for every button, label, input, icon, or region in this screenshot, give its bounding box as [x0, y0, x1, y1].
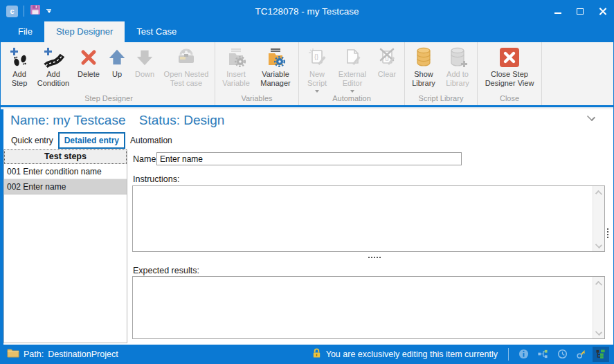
add-step-footprints-icon [8, 45, 30, 70]
svg-text:{}: {} [314, 53, 318, 60]
horizontal-splitter-handle[interactable] [132, 254, 605, 260]
clear-script-page-icon: {} [376, 45, 398, 70]
down-button[interactable]: Down [129, 43, 160, 93]
step-designer-content: Name: my Testcase Status: Design Quick e… [1, 109, 613, 345]
insert-variable-folder-icon [225, 45, 247, 70]
page-title: Name: my Testcase Status: Design [10, 113, 224, 128]
new-script-button[interactable]: {} New Script [301, 43, 333, 93]
ribbon-group-step-designer: Add Step Add Condition [3, 42, 215, 105]
window-controls [547, 1, 613, 21]
key-icon[interactable] [573, 347, 590, 362]
external-editor-button[interactable]: External Editor [333, 43, 372, 93]
delete-x-icon [78, 45, 99, 70]
test-step-row-selected[interactable]: 002 Enter name [4, 179, 127, 194]
add-step-button[interactable]: Add Step [5, 43, 34, 93]
chevron-down-icon[interactable] [46, 9, 51, 14]
close-icon[interactable] [591, 1, 613, 21]
dropdown-arrow-icon [315, 90, 319, 93]
show-library-button[interactable]: Show Library [407, 43, 440, 93]
path-value: DestinationProject [48, 349, 118, 359]
ribbon-group-script-library: Show Library Add to Library Script Libra… [405, 42, 478, 105]
app-icon[interactable]: c [6, 6, 18, 17]
quick-access-toolbar: c [1, 4, 51, 18]
title-bar: c TC128078 - my Testcase [1, 1, 613, 21]
step-name-input[interactable] [156, 152, 462, 165]
name-value: my Testcase [53, 113, 125, 127]
variable-manager-button[interactable]: Variable Manager [255, 43, 296, 93]
separator [24, 6, 24, 17]
history-icon[interactable] [554, 347, 570, 362]
status-label: Status: [139, 113, 180, 127]
ribbon-group-label: Automation [301, 93, 402, 105]
test-steps-header: Test steps [4, 149, 127, 164]
ribbon-group-automation: {} New Script Exter [299, 42, 405, 105]
lock-message-text: You are exclusively editing this item cu… [326, 349, 498, 359]
tab-quick-entry[interactable]: Quick entry [6, 134, 58, 147]
ribbon-group-label: Close [480, 93, 539, 105]
insert-variable-button[interactable]: Insert Variable [217, 43, 255, 93]
path-label: Path: [24, 349, 44, 359]
scroll-up-icon[interactable] [596, 280, 602, 286]
ribbon-group-variables: Insert Variable Variable Manager [215, 42, 299, 105]
path-section: Path: DestinationProject [1, 348, 118, 360]
tab-test-case[interactable]: Test Case [125, 21, 188, 42]
open-nested-testcase-icon [174, 45, 198, 70]
up-button[interactable]: Up [105, 43, 129, 93]
scroll-down-icon[interactable] [596, 242, 602, 248]
delete-button[interactable]: Delete [73, 43, 105, 93]
instructions-label: Instructions: [133, 174, 179, 184]
expected-results-textbox [132, 276, 605, 339]
status-value: Design [183, 113, 224, 127]
instructions-textbox [132, 185, 605, 252]
test-step-row[interactable]: 001 Enter condition name [4, 164, 127, 179]
tab-file[interactable]: File [6, 21, 44, 42]
scrollbar[interactable] [593, 186, 604, 251]
instructions-textarea[interactable] [133, 186, 604, 251]
edit-lock-message: You are exclusively editing this item cu… [311, 347, 498, 361]
separator [508, 348, 509, 361]
status-bar: Path: DestinationProject You are exclusi… [1, 345, 613, 363]
tab-step-designer[interactable]: Step Designer [44, 21, 125, 42]
ribbon-group-label: Script Library [407, 93, 475, 105]
ribbon: Add Step Add Condition [1, 42, 613, 107]
save-floppy-icon[interactable] [30, 4, 41, 18]
add-condition-road-icon [42, 45, 65, 70]
external-editor-page-icon [341, 45, 363, 70]
scrollbar[interactable] [593, 277, 604, 338]
hierarchy-icon[interactable] [534, 347, 551, 362]
step-name-label: Name: [133, 154, 159, 164]
structure-view-icon[interactable] [593, 347, 609, 362]
add-to-library-database-icon [446, 45, 469, 70]
view-tab-strip: Quick entry Detailed entry Automation [6, 132, 177, 149]
tab-detailed-entry[interactable]: Detailed entry [58, 132, 125, 149]
name-label: Name: [10, 113, 49, 127]
tab-automation[interactable]: Automation [125, 134, 177, 147]
ribbon-group-label: Step Designer [5, 93, 213, 105]
ribbon-group-label: Variables [217, 93, 296, 105]
scroll-down-icon[interactable] [596, 329, 602, 335]
vertical-splitter-handle[interactable] [605, 220, 611, 238]
scroll-up-icon[interactable] [596, 190, 602, 195]
maximize-icon[interactable] [569, 1, 591, 21]
minimize-icon[interactable] [547, 1, 569, 21]
chevron-down-icon[interactable] [587, 112, 595, 120]
open-nested-testcase-button[interactable]: Open Nested Test case [160, 43, 213, 93]
window-title: TC128078 - my Testcase [1, 6, 613, 17]
new-script-page-icon: {} [306, 45, 328, 70]
status-right-section: You are exclusively editing this item cu… [311, 345, 609, 363]
expected-results-label: Expected results: [133, 266, 199, 275]
lock-icon [311, 347, 322, 361]
add-condition-button[interactable]: Add Condition [34, 43, 73, 93]
show-library-database-icon [413, 45, 435, 70]
expected-results-textarea[interactable] [133, 277, 604, 338]
close-view-red-x-icon [498, 45, 521, 70]
application-window: c TC128078 - my Testcase File Step Desig… [0, 0, 614, 364]
info-icon[interactable] [515, 347, 532, 362]
clear-button[interactable]: {} Clear [372, 43, 402, 93]
close-step-designer-view-button[interactable]: Close Step Designer View [480, 43, 539, 93]
ribbon-group-close: Close Step Designer View Close [478, 42, 542, 105]
dropdown-arrow-icon [350, 90, 354, 93]
add-to-library-button[interactable]: Add to Library [440, 43, 475, 93]
ribbon-tab-bar: File Step Designer Test Case [1, 21, 613, 42]
arrow-down-icon [134, 45, 155, 70]
